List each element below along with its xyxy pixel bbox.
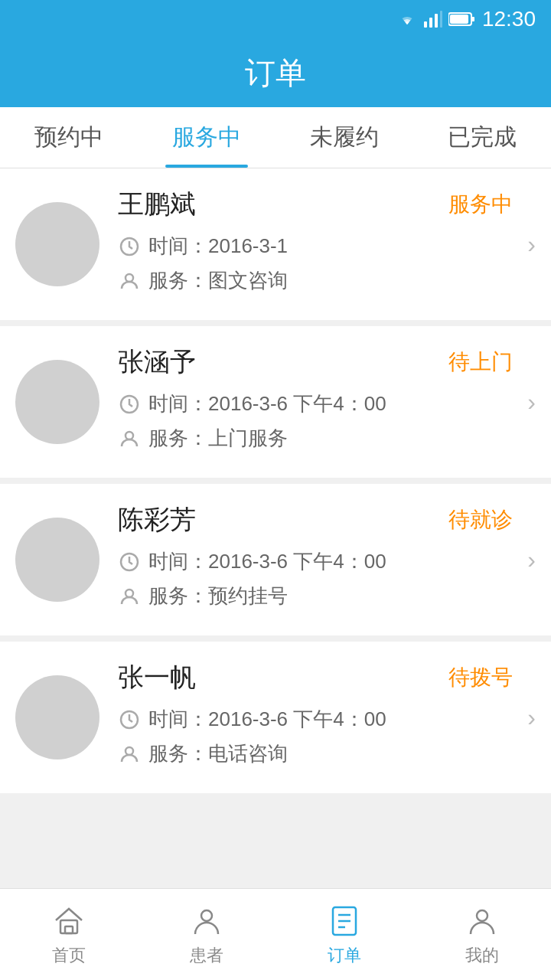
- svg-rect-6: [471, 17, 474, 21]
- nav-home-label: 首页: [52, 944, 86, 967]
- order-status-2: 待上门: [448, 348, 513, 377]
- status-bar: 12:30: [0, 0, 551, 38]
- chevron-icon-2: ›: [527, 388, 536, 416]
- svg-point-12: [126, 590, 133, 597]
- status-icons: 12:30: [396, 7, 536, 31]
- badge-icon-1: [118, 270, 141, 292]
- order-name-2: 张涵予: [118, 345, 196, 380]
- order-name-row-3: 陈彩芳 待就诊: [118, 502, 536, 537]
- wifi-icon: [396, 11, 418, 28]
- nav-mine-label: 我的: [465, 944, 499, 967]
- svg-point-17: [201, 910, 212, 921]
- clock-icon-1: [118, 235, 141, 258]
- nav-order-label: 订单: [328, 944, 361, 967]
- order-item-1[interactable]: 王鹏斌 服务中 时间：2016-3-1: [0, 168, 551, 320]
- order-status-4: 待拨号: [448, 663, 513, 692]
- svg-point-22: [477, 910, 487, 921]
- svg-rect-16: [65, 926, 73, 933]
- nav-mine[interactable]: 我的: [413, 889, 551, 980]
- order-item-4[interactable]: 张一帆 待拨号 时间：2016-3-6 下午4：00: [0, 642, 551, 793]
- svg-rect-3: [440, 11, 442, 28]
- avatar-2: [15, 360, 99, 444]
- order-service-4: 服务：电话咨询: [118, 740, 536, 767]
- order-item-2[interactable]: 张涵予 待上门 时间：2016-3-6 下午4：00: [0, 326, 551, 478]
- page-title: 订单: [245, 52, 306, 94]
- order-status-1: 服务中: [448, 190, 513, 219]
- svg-rect-1: [429, 18, 432, 28]
- order-name-row-2: 张涵予 待上门: [118, 345, 536, 380]
- nav-patient-label: 患者: [190, 944, 223, 967]
- page-header: 订单: [0, 38, 551, 107]
- order-time-3: 时间：2016-3-6 下午4：00: [118, 548, 536, 575]
- status-time: 12:30: [482, 7, 536, 31]
- order-name-row-1: 王鹏斌 服务中: [118, 187, 536, 222]
- nav-patient[interactable]: 患者: [138, 889, 276, 980]
- order-content-3: 陈彩芳 待就诊 时间：2016-3-6 下午4：00: [118, 502, 536, 617]
- nav-order[interactable]: 订单: [276, 889, 413, 980]
- clock-icon-2: [118, 393, 141, 416]
- svg-rect-5: [450, 15, 468, 24]
- order-list: 王鹏斌 服务中 时间：2016-3-1: [0, 168, 551, 888]
- battery-icon: [448, 11, 476, 27]
- mine-icon: [464, 903, 500, 939]
- order-service-3: 服务：预约挂号: [118, 583, 536, 609]
- avatar-4: [15, 675, 99, 760]
- avatar-1: [15, 202, 99, 286]
- order-time-4: 时间：2016-3-6 下午4：00: [118, 706, 536, 733]
- order-content-1: 王鹏斌 服务中 时间：2016-3-1: [118, 187, 536, 302]
- chevron-icon-1: ›: [527, 230, 536, 259]
- clock-icon-3: [118, 550, 141, 573]
- svg-rect-0: [424, 21, 427, 28]
- order-content-4: 张一帆 待拨号 时间：2016-3-6 下午4：00: [118, 660, 536, 775]
- chevron-icon-3: ›: [527, 546, 536, 574]
- badge-icon-3: [118, 585, 141, 608]
- badge-icon-4: [118, 743, 141, 766]
- svg-rect-2: [435, 14, 438, 28]
- svg-point-14: [126, 747, 133, 755]
- badge-icon-2: [118, 427, 141, 450]
- avatar-3: [15, 518, 99, 602]
- tab-yiwancheng[interactable]: 已完成: [413, 107, 551, 168]
- order-icon: [326, 903, 363, 939]
- chevron-icon-4: ›: [527, 704, 536, 732]
- order-time-2: 时间：2016-3-6 下午4：00: [118, 390, 536, 417]
- order-item-3[interactable]: 陈彩芳 待就诊 时间：2016-3-6 下午4：00: [0, 484, 551, 635]
- order-name-4: 张一帆: [118, 660, 196, 695]
- order-time-1: 时间：2016-3-1: [118, 233, 536, 260]
- order-name-1: 王鹏斌: [118, 187, 196, 222]
- home-icon: [51, 903, 87, 939]
- order-name-row-4: 张一帆 待拨号: [118, 660, 536, 695]
- nav-home[interactable]: 首页: [0, 889, 138, 980]
- signal-icon: [424, 11, 442, 28]
- tab-yuyuezhong[interactable]: 预约中: [0, 107, 138, 168]
- clock-icon-4: [118, 708, 141, 731]
- svg-point-10: [126, 432, 133, 439]
- svg-point-8: [126, 274, 133, 282]
- bottom-nav: 首页 患者 订单 我的: [0, 888, 551, 980]
- order-content-2: 张涵予 待上门 时间：2016-3-6 下午4：00: [118, 345, 536, 459]
- order-name-3: 陈彩芳: [118, 502, 196, 537]
- tab-fuwuzhong[interactable]: 服务中: [138, 107, 276, 168]
- tab-weiliyue[interactable]: 未履约: [276, 107, 413, 168]
- order-service-2: 服务：上门服务: [118, 425, 536, 452]
- order-status-3: 待就诊: [448, 505, 513, 534]
- patient-icon: [188, 903, 225, 939]
- order-service-1: 服务：图文咨询: [118, 267, 536, 294]
- tab-bar: 预约中 服务中 未履约 已完成: [0, 107, 551, 168]
